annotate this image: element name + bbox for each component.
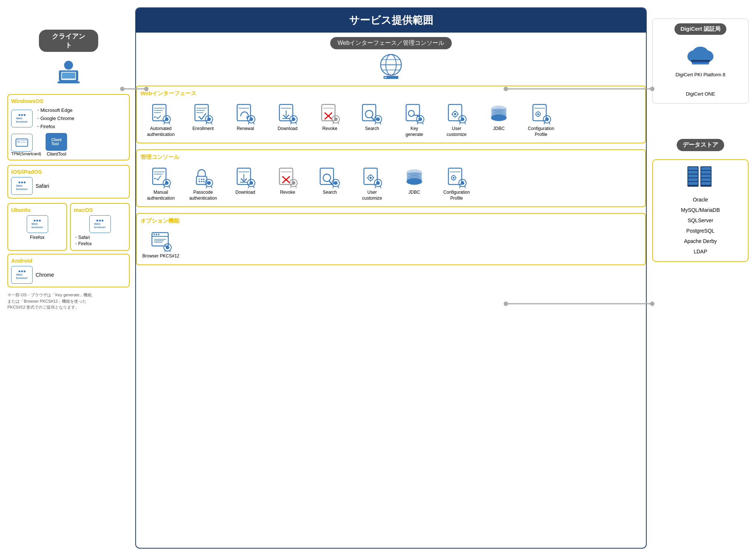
key-generate-label: Keygenerate: [405, 126, 423, 137]
download-web-label: Download: [278, 126, 297, 132]
svg-rect-4: [57, 81, 80, 83]
search-admin-label: Search: [323, 190, 337, 196]
svg-line-81: [465, 122, 465, 124]
svg-point-92: [537, 113, 539, 115]
svg-line-119: [206, 186, 207, 188]
svg-point-68: [418, 117, 422, 121]
macos-browsers: ・Safari・Firefox: [74, 234, 126, 247]
svg-line-69: [417, 122, 418, 124]
svg-point-114: [201, 181, 202, 182]
svg-point-126: [249, 181, 253, 185]
automated-auth-item: Automatedauthentication: [140, 101, 181, 139]
web-icon-grid: Automatedauthentication: [140, 101, 641, 139]
svg-line-99: [544, 122, 545, 124]
svg-line-128: [253, 186, 254, 188]
ios-label: iOS/iPadOS: [11, 169, 126, 175]
search-web-item: Search: [352, 101, 392, 139]
svg-line-135: [291, 186, 291, 188]
download-web-item: Download: [267, 101, 308, 139]
svg-line-31: [206, 122, 207, 124]
svg-point-118: [207, 181, 211, 185]
svg-line-38: [253, 122, 254, 124]
option-label: オプション機能: [140, 217, 641, 224]
svg-point-189: [692, 47, 709, 60]
svg-line-80: [460, 122, 460, 124]
client-panel: クライアント WindowsOS Webbrowser ・M: [7, 7, 130, 549]
client-title: クライアント: [39, 30, 98, 52]
svg-rect-192: [692, 63, 709, 64]
svg-rect-55: [362, 104, 376, 121]
svg-rect-33: [237, 104, 251, 121]
search-admin-item: Search: [309, 164, 350, 203]
svg-line-100: [549, 122, 550, 124]
svg-point-63: [408, 110, 414, 116]
svg-line-142: [333, 186, 334, 188]
ubuntu-label: Ubuntu: [11, 207, 63, 213]
svg-line-172: [460, 186, 460, 188]
svg-rect-203: [701, 178, 711, 181]
digicert-products: DigiCert PKI Platform 8DigiCert ONE: [657, 70, 744, 99]
svg-point-44: [292, 117, 295, 121]
svg-line-37: [248, 122, 249, 124]
datastore-title: データストア: [677, 139, 724, 151]
config-profile-admin-item: ConfigurationProfile: [436, 164, 477, 203]
svg-rect-101: [153, 168, 166, 184]
macos-browser-icon: Webbrowser: [89, 215, 111, 233]
svg-point-106: [165, 181, 169, 185]
android-browser-label: Chrome: [36, 272, 54, 278]
svg-line-185: [170, 250, 170, 252]
svg-rect-71: [448, 104, 462, 121]
svg-point-161: [407, 179, 422, 184]
browser-pkcs-item: Browser PKCS#12: [140, 228, 181, 261]
svg-rect-197: [688, 178, 698, 181]
svg-rect-6: [17, 140, 20, 143]
option-section: オプション機能: [136, 213, 646, 265]
svg-line-46: [296, 122, 296, 124]
windows-label: WindowsOS: [11, 98, 126, 104]
svg-point-146: [369, 177, 372, 179]
svg-point-178: [158, 234, 159, 235]
windows-browser-icon: Webbrowser: [11, 110, 33, 127]
svg-line-173: [465, 186, 465, 188]
svg-rect-201: [701, 171, 711, 174]
digicert-panel: DigiCert 認証局 DigiCert PKI Platform 8Digi…: [652, 19, 749, 104]
svg-rect-15: [384, 77, 387, 78]
ubuntu-browser-label: Firefox: [11, 234, 63, 240]
svg-point-141: [334, 181, 338, 185]
svg-rect-144: [364, 168, 377, 184]
svg-rect-202: [701, 174, 711, 177]
svg-line-120: [211, 186, 212, 188]
svg-line-53: [333, 122, 334, 124]
user-customize-web-item: Usercustomize: [436, 101, 477, 139]
ios-browser-label: Safari: [36, 183, 49, 189]
svg-rect-129: [279, 168, 293, 184]
svg-point-56: [365, 110, 373, 118]
svg-rect-195: [688, 171, 698, 174]
digicert-title: DigiCert 認証局: [674, 23, 726, 35]
revoke-admin-item: Revoke: [267, 164, 308, 203]
svg-line-127: [248, 186, 249, 188]
svg-point-115: [203, 181, 205, 182]
enrollment-label: Enrollment: [192, 126, 213, 132]
svg-point-112: [203, 179, 205, 180]
svg-point-111: [201, 179, 202, 180]
service-inner: Webインターフェース／管理コンソール Webインターフェース: [136, 33, 646, 548]
console-label: Webインターフェース／管理コンソール: [330, 37, 452, 49]
svg-line-24: [169, 122, 170, 124]
footnote: ※一部 OS・ブラウザは「Key generate」機能、 または「Browse…: [7, 292, 130, 310]
datastore-wrapper: データストア: [652, 139, 749, 262]
browser-pkcs-label: Browser PKCS#12: [142, 253, 179, 259]
svg-point-165: [453, 177, 455, 179]
manual-auth-label: Manualauthentication: [147, 190, 175, 201]
svg-point-52: [334, 117, 338, 121]
svg-line-32: [211, 122, 212, 124]
svg-line-139: [329, 181, 332, 184]
ios-browser-icon: Webbrowser: [11, 177, 33, 195]
svg-point-176: [153, 234, 155, 235]
svg-rect-204: [701, 182, 711, 185]
web-interface-section: Webインターフェース: [136, 86, 646, 143]
download-admin-item: Download: [225, 164, 266, 203]
svg-point-183: [166, 246, 169, 249]
svg-line-23: [164, 122, 165, 124]
enrollment-item: Enrollment: [183, 101, 223, 139]
